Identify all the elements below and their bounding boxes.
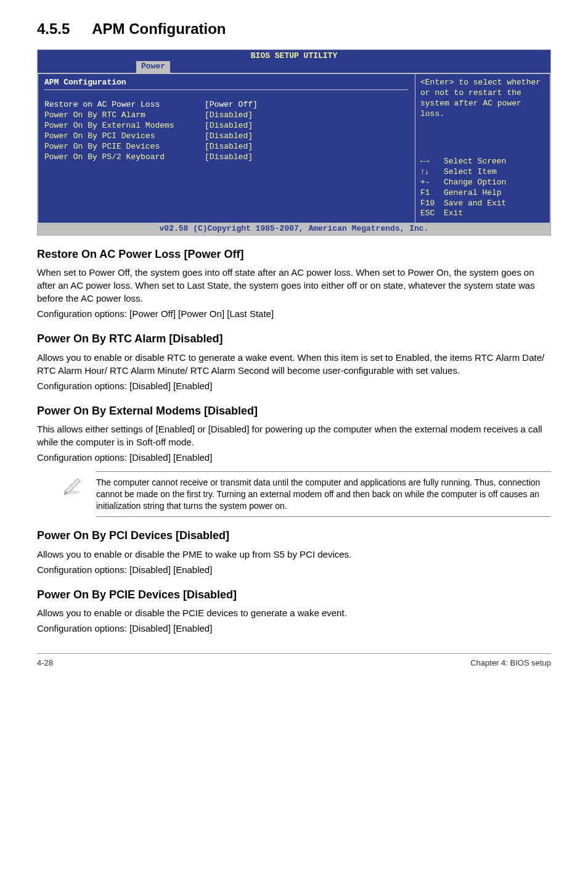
bios-option-label: Power On By PCIE Devices xyxy=(44,142,205,152)
bios-key-desc: Save and Exit xyxy=(444,199,506,208)
note-text: The computer cannot receive or transmit … xyxy=(96,471,551,518)
page-number: 4-28 xyxy=(37,658,53,669)
page-footer: 4-28 Chapter 4: BIOS setup xyxy=(37,653,551,669)
paragraph: This allows either settings of [Enabled]… xyxy=(37,423,551,448)
bios-option-value: [Disabled] xyxy=(205,121,253,131)
bios-option-label: Restore on AC Power Loss xyxy=(44,100,205,110)
bios-option-label: Power On By External Modems xyxy=(44,121,205,131)
bios-key-list: ←→Select Screen↑↓Select Item+-Change Opt… xyxy=(420,157,545,219)
bios-help-pane: <Enter> to select whether or not to rest… xyxy=(415,73,550,223)
bios-key-desc: Change Option xyxy=(444,178,506,187)
paragraph: Configuration options: [Disabled] [Enabl… xyxy=(37,379,551,392)
bios-key-row: F1General Help xyxy=(420,188,545,199)
bios-title: BIOS SETUP UTILITY xyxy=(38,50,550,62)
bios-key: F10 xyxy=(420,199,444,209)
bios-option-row: Power On By PCI Devices[Disabled] xyxy=(44,131,409,142)
bios-option-value: [Disabled] xyxy=(205,142,253,152)
bios-key-desc: Exit xyxy=(444,208,463,218)
bios-setup-screenshot: BIOS SETUP UTILITY Power APM Configurati… xyxy=(37,49,551,236)
bios-key-row: F10Save and Exit xyxy=(420,199,545,209)
section-title: APM Configuration xyxy=(92,20,226,37)
bios-key-desc: General Help xyxy=(444,188,502,197)
paragraph: Configuration options: [Disabled] [Enabl… xyxy=(37,622,551,635)
chapter-label: Chapter 4: BIOS setup xyxy=(470,658,551,669)
note-block: The computer cannot receive or transmit … xyxy=(62,471,551,518)
paragraph: Allows you to enable or disable the PCIE… xyxy=(37,606,551,619)
subheading-rtc: Power On By RTC Alarm [Disabled] xyxy=(37,331,551,347)
bios-help-text: <Enter> to select whether or not to rest… xyxy=(420,78,545,120)
bios-option-row: Power On By External Modems[Disabled] xyxy=(44,121,409,131)
bios-tab-power: Power xyxy=(136,61,170,73)
bios-option-row: Power On By PS/2 Keyboard[Disabled] xyxy=(44,152,409,163)
paragraph: Configuration options: [Disabled] [Enabl… xyxy=(37,563,551,576)
subheading-pcie: Power On By PCIE Devices [Disabled] xyxy=(37,587,551,603)
section-number: 4.5.5 xyxy=(37,20,70,37)
bios-key: F1 xyxy=(420,188,444,199)
paragraph: When set to Power Off, the system goes i… xyxy=(37,266,551,305)
bios-rows: Restore on AC Power Loss[Power Off]Power… xyxy=(44,100,409,162)
bios-left-header: APM Configuration xyxy=(44,78,409,90)
bios-option-value: [Disabled] xyxy=(205,131,253,142)
paragraph: Configuration options: [Power Off] [Powe… xyxy=(37,307,551,320)
paragraph: Allows you to enable or disable the PME … xyxy=(37,548,551,561)
subheading-restore: Restore On AC Power Loss [Power Off] xyxy=(37,247,551,262)
section-heading: 4.5.5 APM Configuration xyxy=(37,19,551,39)
bios-tab-row: Power xyxy=(38,61,550,73)
bios-option-row: Power On By PCIE Devices[Disabled] xyxy=(44,142,409,152)
bios-key: ESC xyxy=(420,208,444,219)
bios-option-value: [Disabled] xyxy=(205,110,253,121)
bios-option-value: [Power Off] xyxy=(205,100,258,110)
bios-key-desc: Select Screen xyxy=(444,157,506,166)
bios-key-desc: Select Item xyxy=(444,167,497,176)
bios-left-pane: APM Configuration Restore on AC Power Lo… xyxy=(38,73,415,223)
paragraph: Allows you to enable or disable RTC to g… xyxy=(37,351,551,377)
bios-option-label: Power On By RTC Alarm xyxy=(44,110,205,121)
pencil-icon xyxy=(62,474,84,499)
paragraph: Configuration options: [Disabled] [Enabl… xyxy=(37,451,551,464)
subheading-pci: Power On By PCI Devices [Disabled] xyxy=(37,528,551,543)
bios-key: +- xyxy=(420,178,444,188)
bios-key-row: +-Change Option xyxy=(420,178,545,188)
bios-key-row: ↑↓Select Item xyxy=(420,167,545,178)
bios-option-label: Power On By PCI Devices xyxy=(44,131,205,142)
bios-key-row: ESCExit xyxy=(420,208,545,219)
bios-option-row: Restore on AC Power Loss[Power Off] xyxy=(44,100,409,110)
bios-footer: v02.58 (C)Copyright 1985-2007, American … xyxy=(38,223,550,235)
bios-key-row: ←→Select Screen xyxy=(420,157,545,167)
bios-key: ↑↓ xyxy=(420,167,444,178)
bios-option-label: Power On By PS/2 Keyboard xyxy=(44,152,205,163)
bios-option-row: Power On By RTC Alarm[Disabled] xyxy=(44,110,409,121)
subheading-external-modems: Power On By External Modems [Disabled] xyxy=(37,403,551,419)
bios-option-value: [Disabled] xyxy=(205,152,253,163)
bios-key: ←→ xyxy=(420,157,444,167)
